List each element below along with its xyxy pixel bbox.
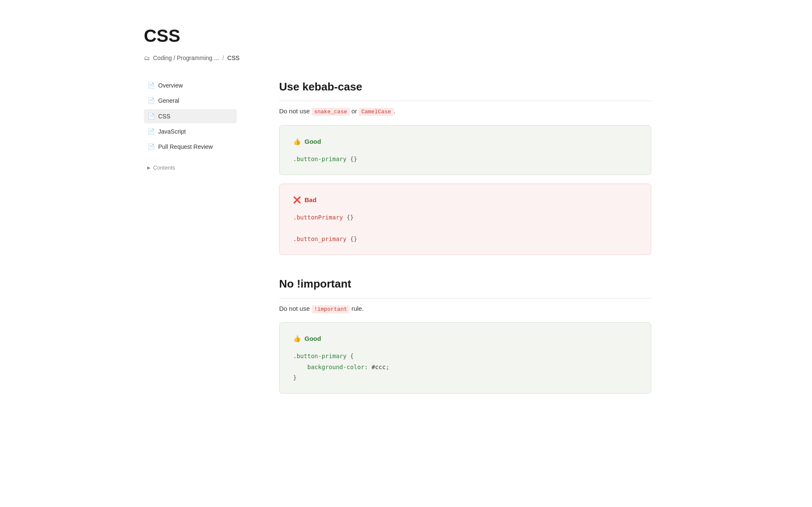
pull-request-icon: 📄	[147, 142, 155, 151]
code-camel-case: CamelCase	[359, 108, 393, 116]
css-value-ccc: #ccc	[368, 364, 386, 370]
good-code-important: .button-primary { background-color: #ccc…	[293, 351, 637, 383]
contents-toggle[interactable]: ▶ Contents	[144, 161, 237, 175]
css-open-brace: {	[346, 353, 354, 359]
sidebar-item-javascript[interactable]: 📄 JavaScript	[144, 124, 237, 139]
css-selector-btn-primary-2: .button-primary	[293, 353, 346, 359]
triangle-icon: ▶	[147, 164, 151, 171]
sidebar-label-general: General	[158, 96, 179, 105]
breadcrumb-current: CSS	[228, 53, 240, 63]
good-emoji: 👍	[293, 136, 301, 147]
breadcrumb-separator: /	[222, 53, 224, 63]
css-selector-button-primary: .button-primary	[293, 156, 346, 162]
bad-code-1: .buttonPrimary {}	[293, 212, 637, 223]
section-title-kebab: Use kebab-case	[279, 78, 651, 101]
code-important: !important	[312, 305, 350, 313]
css-braces-bad2: {}	[346, 236, 357, 242]
sidebar-section-contents: ▶ Contents	[144, 161, 237, 175]
css-selector-buttonPrimary: .buttonPrimary	[293, 214, 343, 221]
css-icon: 📄	[147, 112, 155, 121]
breadcrumb-parent-icon: 🗂	[144, 53, 150, 63]
overview-icon: 📄	[147, 81, 155, 90]
sidebar-label-javascript: JavaScript	[158, 127, 186, 136]
code-block-kebab-bad: ❌ Bad .buttonPrimary {} .button_primary …	[279, 184, 651, 255]
section-desc-kebab: Do not use snake_case or CamelCase.	[279, 106, 651, 117]
javascript-icon: 📄	[147, 127, 155, 136]
css-close-brace: }	[293, 374, 296, 381]
sidebar-label-pull-request: Pull Request Review	[158, 142, 213, 151]
sidebar-label-overview: Overview	[158, 81, 183, 90]
css-property-bg: background-color	[300, 364, 365, 370]
sidebar-item-overview[interactable]: 📄 Overview	[144, 78, 237, 93]
good-code: .button-primary {}	[293, 154, 637, 164]
page-title: CSS	[144, 25, 668, 47]
sidebar-item-pull-request[interactable]: 📄 Pull Request Review	[144, 140, 237, 154]
good-block-header: 👍 Good	[293, 136, 637, 147]
css-colon: :	[365, 364, 368, 370]
section-title-important: No !important	[279, 275, 651, 299]
code-snake-case: snake_case	[312, 108, 350, 116]
code-block-kebab-good: 👍 Good .button-primary {}	[279, 125, 651, 175]
breadcrumb: 🗂 Coding / Programming ... / CSS	[144, 53, 668, 63]
section-no-important: No !important Do not use !important rule…	[279, 275, 651, 394]
good-emoji-2: 👍	[293, 333, 301, 344]
bad-code-2: .button_primary {}	[293, 234, 637, 244]
bad-emoji: ❌	[293, 194, 301, 206]
section-kebab-case: Use kebab-case Do not use snake_case or …	[279, 78, 651, 255]
sidebar: 📄 Overview 📄 General 📄 CSS 📄 JavaScript …	[144, 78, 245, 414]
code-block-important-good: 👍 Good .button-primary { background-colo…	[279, 322, 651, 394]
good-label: Good	[304, 136, 321, 147]
breadcrumb-parent-link[interactable]: Coding / Programming ...	[153, 53, 219, 63]
sidebar-label-css: CSS	[158, 112, 170, 121]
css-braces-bad1: {}	[343, 214, 354, 221]
sidebar-item-css[interactable]: 📄 CSS	[144, 109, 237, 123]
good-label-2: Good	[304, 333, 321, 344]
good-block-header-2: 👍 Good	[293, 333, 637, 344]
sidebar-item-general[interactable]: 📄 General	[144, 93, 237, 108]
bad-block-header: ❌ Bad	[293, 194, 637, 206]
contents-label: Contents	[153, 164, 175, 173]
css-selector-button_primary: .button_primary	[293, 236, 346, 242]
main-content: Use kebab-case Do not use snake_case or …	[245, 78, 651, 414]
css-semicolon: ;	[386, 364, 389, 370]
section-desc-important: Do not use !important rule.	[279, 304, 651, 314]
css-braces-good: {}	[346, 156, 357, 162]
bad-label: Bad	[304, 194, 316, 206]
general-icon: 📄	[147, 96, 155, 105]
